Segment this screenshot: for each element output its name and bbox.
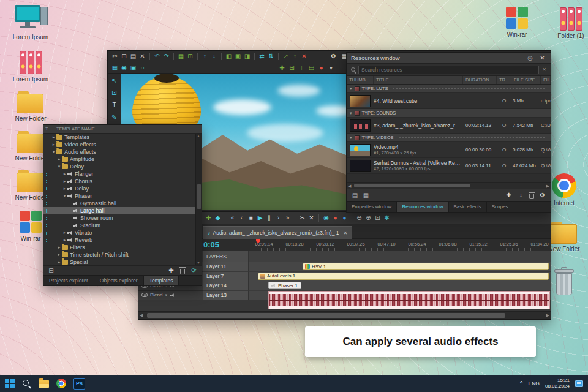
add-sprite-icon[interactable]: ⊞ (288, 63, 296, 73)
close-tab-icon[interactable]: ✕ (343, 230, 347, 236)
column-header[interactable]: THUMB.. (347, 76, 374, 84)
pause-icon[interactable]: ∥ (265, 213, 273, 223)
crop-icon[interactable]: ⊡ (110, 88, 118, 97)
slideshow-icon[interactable]: ⊞ (186, 51, 194, 61)
template-tree-item[interactable]: ▸Special (43, 258, 202, 265)
tab-basic-effects[interactable]: Basic effects (449, 202, 487, 212)
resource-group-row[interactable]: ▾TYPE: SOUNDS (347, 109, 551, 118)
expand-arrow[interactable]: ▸ (51, 142, 56, 147)
magic-wand-icon[interactable]: ✱ (383, 213, 391, 223)
resource-group-row[interactable]: ▾TYPE: LUTS (347, 85, 551, 93)
scene-icon[interactable]: ▣ (129, 63, 137, 73)
expand-arrow[interactable]: ▾ (62, 194, 67, 198)
dropdown-caret-icon[interactable]: ▾ (165, 293, 167, 298)
taskbar-search-icon[interactable] (22, 379, 31, 388)
resource-row[interactable]: #3, adam_-_zhurek_isko_alvarez_remix...0… (347, 118, 551, 134)
resource-row[interactable]: #4. Wild west.cubeO3 Mbc:\progra... (347, 93, 551, 109)
scroll-right-icon[interactable]: ▶ (546, 313, 549, 318)
audio-waveform-clip[interactable] (268, 291, 550, 309)
column-header[interactable]: FILE NAME (541, 76, 551, 84)
next-frame-icon[interactable]: › (274, 213, 282, 223)
expand-arrow[interactable]: ▸ (62, 230, 67, 235)
flip-horizontal-icon[interactable]: ⇄ (258, 51, 266, 61)
column-header[interactable]: TR.. (497, 76, 511, 84)
template-tree-item[interactable]: ▾Delay (43, 163, 202, 170)
align-right-icon[interactable]: ◨ (243, 51, 251, 61)
expand-arrow[interactable]: ▸ (51, 135, 56, 140)
record-voice-icon[interactable]: ● (331, 213, 339, 223)
desktop-icon-folder-1-[interactable]: Folder (1) (548, 6, 588, 40)
layer-name[interactable]: Layer 14 (203, 281, 249, 291)
expand-arrow[interactable]: ▾ (56, 164, 62, 169)
delete-resource-icon[interactable] (529, 194, 534, 199)
resources-titlebar[interactable]: Resources window ◎✕ (347, 53, 551, 64)
template-tree-item[interactable]: ▾Audio effects (43, 148, 202, 156)
marker-icon[interactable]: ◆ (214, 213, 222, 223)
jump-end-icon[interactable]: » (284, 213, 292, 223)
collapse-arrow[interactable]: ▾ (350, 135, 352, 140)
redo-icon[interactable]: ↷ (162, 51, 170, 61)
select-cursor-icon[interactable]: ↖ (110, 76, 118, 85)
audio-timeline-tab[interactable]: ♪ Audio: adam_-_zhurek_isko_alvarez_remi… (203, 226, 352, 239)
expand-arrow[interactable]: ▸ (62, 238, 67, 243)
refresh-icon[interactable]: ⟳ (190, 266, 198, 276)
settings-icon[interactable]: ⚙ (330, 51, 337, 61)
close-project-icon[interactable]: ✕ (300, 51, 308, 61)
more-icon[interactable]: ▾ (327, 63, 335, 73)
visibility-eye-icon[interactable] (141, 293, 148, 297)
timeline-scrollbar[interactable]: ◀ ▶ (138, 311, 551, 319)
selection-marker[interactable] (251, 239, 251, 312)
delete-icon[interactable]: ✕ (138, 51, 146, 61)
export-icon[interactable]: ↗ (282, 51, 290, 61)
template-tree-item[interactable]: ▾Phaser (43, 192, 202, 200)
column-header[interactable]: DURATION (463, 76, 497, 84)
template-tree-item[interactable]: ▸Filters (43, 244, 202, 251)
clear-search-icon[interactable]: ✕ (542, 67, 546, 72)
tray-expand-icon[interactable]: ^ (520, 380, 523, 387)
split-icon[interactable]: ✂ (298, 213, 306, 223)
speaker-icon[interactable] (170, 293, 175, 297)
template-tree-item[interactable]: Large hall (43, 207, 202, 214)
template-tree-item[interactable]: ▸Time stretch / Pitch shift (43, 251, 202, 258)
wizard-icon[interactable]: ▦ (177, 51, 185, 61)
layer-name[interactable]: Layer 11 (203, 262, 249, 272)
layer-name[interactable]: Layer 7 (203, 272, 249, 282)
template-tree-item[interactable]: ▸Video effects (43, 141, 202, 148)
copy-icon[interactable]: ⊡ (120, 51, 128, 61)
up-level-icon[interactable]: ↑ (298, 63, 306, 73)
photoshop-taskbar-icon[interactable]: Ps (74, 378, 85, 390)
previous-frame-icon[interactable]: ‹ (238, 213, 246, 223)
template-tree-item[interactable]: ▸Reverb (43, 236, 202, 244)
scroll-left-icon[interactable]: ◀ (140, 313, 143, 318)
expand-arrow[interactable]: ▸ (62, 186, 67, 191)
expand-arrow[interactable]: ▸ (56, 252, 62, 257)
time-icon[interactable]: ○ (138, 63, 146, 73)
desktop-icon-lorem-ipsum[interactable]: Lorem Ipsum (7, 50, 54, 83)
align-left-icon[interactable]: ◧ (225, 51, 233, 61)
file-explorer-icon[interactable] (39, 380, 49, 388)
expand-arrow[interactable]: ▸ (62, 172, 67, 176)
zoom-in-icon[interactable]: ⊕ (364, 213, 372, 223)
template-tree-item[interactable]: Shower room (43, 214, 202, 222)
tab-scopes[interactable]: Scopes (487, 202, 514, 212)
timeline-track[interactable]: HSV 1 (249, 262, 551, 272)
template-tree-item[interactable]: ▸Amplitude (43, 156, 202, 163)
template-tree-item[interactable]: Stadium (43, 222, 202, 229)
add-template-icon[interactable]: ✚ (167, 266, 175, 276)
clip-autolevels[interactable]: AutoLevels 1 (258, 273, 549, 280)
resource-row[interactable]: Video.mp4#1, 720x480 x 25 fps00:00:30.00… (347, 142, 551, 158)
resource-row[interactable]: Serhat Durmus - Astral (Volkree Remix...… (347, 158, 551, 174)
template-tree-item[interactable]: ▸Flanger (43, 170, 202, 178)
text-tool-icon[interactable]: T (110, 100, 118, 110)
tab-projects-explorer[interactable]: Projects explorer (43, 276, 94, 285)
capture-icon[interactable]: ◉ (120, 63, 128, 73)
scrollbar-thumb[interactable] (147, 313, 505, 318)
add-marker-icon[interactable]: ✚ (205, 213, 213, 223)
paste-icon[interactable]: ▤ (129, 51, 137, 61)
tab-templates[interactable]: Templates (144, 276, 179, 285)
expand-arrow[interactable]: ▸ (62, 179, 67, 184)
flip-vertical-icon[interactable]: ⇅ (267, 51, 275, 61)
resource-settings-icon[interactable]: ⚙ (538, 190, 546, 200)
add-resource-icon[interactable]: ✚ (505, 190, 513, 200)
expand-arrow[interactable]: ▸ (56, 157, 62, 162)
